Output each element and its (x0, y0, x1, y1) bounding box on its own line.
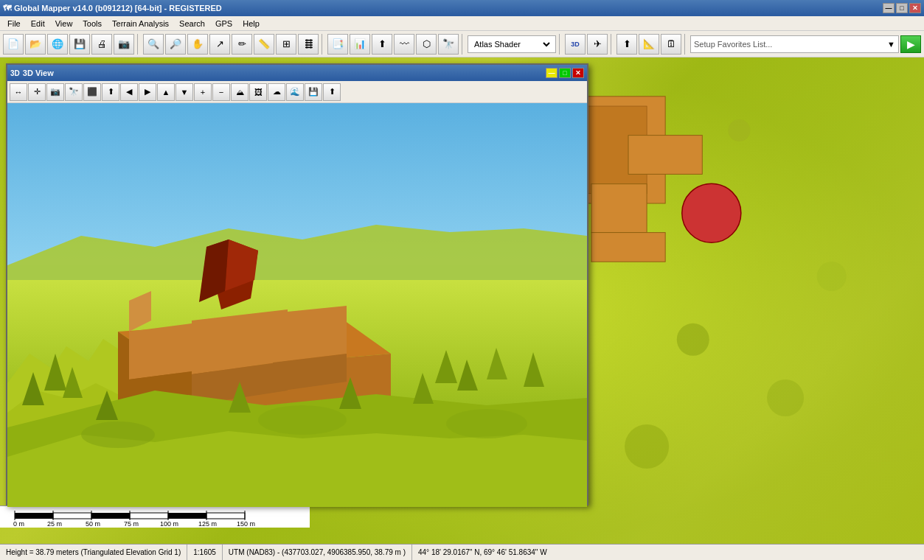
view3d-close[interactable]: ✕ (572, 68, 584, 78)
3d-water-btn[interactable]: 🌊 (286, 83, 304, 101)
3d-up-btn[interactable]: ▲ (157, 83, 175, 101)
3d-move-btn[interactable]: ↔ (10, 83, 27, 101)
svg-rect-65 (168, 513, 206, 519)
3d-zoomout-btn[interactable]: − (212, 83, 230, 101)
menu-tools[interactable]: Tools (78, 18, 106, 29)
menu-search[interactable]: Search (175, 18, 209, 29)
svg-rect-61 (15, 513, 53, 519)
3d-camera-btn[interactable]: 📷 (46, 83, 64, 101)
3d-north-btn[interactable]: ⬆ (102, 83, 119, 101)
3d-down-btn[interactable]: ▼ (176, 83, 193, 101)
analysis-btn[interactable]: 📊 (350, 34, 370, 55)
sep6 (684, 34, 687, 55)
favorites-dropdown[interactable]: Setup Favorites List... ▼ (690, 35, 899, 53)
title-bar: 🗺 Global Mapper v14.0 (b091212) [64-bit]… (0, 0, 924, 16)
open-btn[interactable]: 📂 (25, 34, 46, 55)
view-3d-toolbar: ↔ ✛ 📷 🔭 ⬛ ⬆ ◀ ▶ ▲ ▼ + − ⛰ 🖼 ☁ 🌊 💾 ⬆ (7, 81, 587, 103)
menu-terrain[interactable]: Terrain Analysis (108, 18, 173, 29)
flythrough-btn[interactable]: ✈ (587, 34, 608, 55)
svg-rect-13 (591, 233, 665, 262)
svg-point-19 (625, 424, 669, 469)
3d-back-btn[interactable]: ◀ (120, 83, 138, 101)
3d-binoculars-btn[interactable]: 🔭 (65, 83, 83, 101)
terrain-3d-svg (7, 103, 587, 507)
save-btn[interactable]: 💾 (69, 34, 90, 55)
svg-point-15 (728, 119, 750, 141)
title-bar-controls: — □ ✕ (883, 3, 921, 13)
path-btn[interactable]: 🛤 (298, 34, 319, 55)
scale-bar-svg: 0 m 25 m 50 m 75 m 100 m 125 m 150 m (7, 507, 302, 528)
sep1 (137, 34, 140, 55)
legend-btn[interactable]: 🗓 (661, 34, 681, 55)
capture-btn[interactable]: 📷 (114, 34, 134, 55)
3d-forward-btn[interactable]: ▶ (139, 83, 156, 101)
status-bar: Height = 38.79 meters (Triangulated Elev… (0, 544, 924, 560)
digitize-btn[interactable]: ✏ (232, 34, 252, 55)
menu-bar: File Edit View Tools Terrain Analysis Se… (0, 16, 924, 31)
3d-layers-btn[interactable]: ⬛ (83, 83, 101, 101)
view-3d-icon: 3D (10, 69, 20, 77)
contour-btn[interactable]: 〰 (394, 34, 414, 55)
3d-terrain-btn[interactable]: ⛰ (231, 83, 249, 101)
shader-select[interactable]: Atlas Shader Slope Shader Aspect Shader … (471, 39, 552, 49)
view3d-maximize[interactable]: □ (559, 68, 571, 78)
svg-text:25 m: 25 m (47, 520, 62, 528)
menu-file[interactable]: File (3, 18, 25, 29)
zoom-out-btn[interactable]: 🔎 (165, 34, 186, 55)
export-btn[interactable]: ⬆ (372, 34, 392, 55)
3d-btn[interactable]: 3D (565, 34, 586, 55)
zoom-in-btn[interactable]: 🔍 (143, 34, 164, 55)
svg-rect-10 (628, 136, 702, 175)
3d-export-btn[interactable]: ⬆ (323, 83, 341, 101)
north-arrow-btn[interactable]: ⬆ (616, 34, 637, 55)
feature-btn[interactable]: ⊞ (276, 34, 296, 55)
binoculars-btn[interactable]: 🔭 (438, 34, 459, 55)
svg-text:50 m: 50 m (86, 520, 100, 528)
3d-sky-btn[interactable]: ☁ (268, 83, 285, 101)
view-3d-titlebar: 3D 3D View — □ ✕ (7, 65, 587, 81)
scale-bar-btn[interactable]: 📐 (639, 34, 659, 55)
measure-btn[interactable]: 📏 (254, 34, 274, 55)
view-3d-window[interactable]: 3D 3D View — □ ✕ ↔ ✛ 📷 🔭 ⬛ ⬆ ◀ ▶ ▲ (6, 63, 588, 505)
new-btn[interactable]: 📄 (3, 34, 24, 55)
3d-zoomin-btn[interactable]: + (194, 83, 212, 101)
run-button[interactable]: ▶ (900, 35, 921, 53)
menu-help[interactable]: Help (238, 18, 264, 29)
print-btn[interactable]: 🖨 (91, 34, 112, 55)
height-text: Height = 38.79 meters (Triangulated Elev… (6, 548, 181, 556)
favorites-arrow: ▼ (887, 40, 895, 49)
view3d-minimize[interactable]: — (546, 68, 557, 78)
svg-text:125 m: 125 m (198, 520, 217, 528)
close-button[interactable]: ✕ (909, 3, 921, 13)
3d-texture-btn[interactable]: 🖼 (249, 83, 267, 101)
scale-text: 1:1605 (193, 548, 216, 556)
select-btn[interactable]: ↗ (209, 34, 230, 55)
latlon-status: 44° 18' 29.0167" N, 69° 46' 51.8634" W (412, 545, 553, 560)
run-icon: ▶ (907, 38, 915, 50)
menu-view[interactable]: View (51, 18, 77, 29)
globe-btn[interactable]: 🌐 (47, 34, 68, 55)
svg-point-17 (767, 379, 804, 416)
svg-point-59 (81, 421, 155, 448)
menu-gps[interactable]: GPS (211, 18, 237, 29)
svg-point-11 (682, 183, 741, 242)
svg-point-26 (677, 323, 709, 356)
scale-status: 1:1605 (187, 545, 223, 560)
content-area: 3D 3D View — □ ✕ ↔ ✛ 📷 🔭 ⬛ ⬆ ◀ ▶ ▲ (0, 57, 924, 544)
scale-bar: 0 m 25 m 50 m 75 m 100 m 125 m 150 m (0, 505, 310, 528)
sep3 (462, 34, 465, 55)
3d-save-btn[interactable]: 💾 (305, 83, 322, 101)
minimize-button[interactable]: — (883, 3, 895, 13)
hillshade-btn[interactable]: ⬡ (416, 34, 437, 55)
app-title: Global Mapper v14.0 (b091212) [64-bit] -… (14, 4, 222, 13)
sep5 (611, 34, 614, 55)
maximize-button[interactable]: □ (896, 3, 908, 13)
shader-dropdown[interactable]: Atlas Shader Slope Shader Aspect Shader … (468, 35, 556, 53)
svg-point-60 (446, 409, 527, 438)
menu-edit[interactable]: Edit (27, 18, 49, 29)
view-3d-controls: — □ ✕ (546, 68, 584, 78)
layer-btn[interactable]: 📑 (327, 34, 348, 55)
3d-rotate-btn[interactable]: ✛ (28, 83, 46, 101)
svg-point-58 (258, 405, 347, 435)
pan-btn[interactable]: ✋ (187, 34, 208, 55)
